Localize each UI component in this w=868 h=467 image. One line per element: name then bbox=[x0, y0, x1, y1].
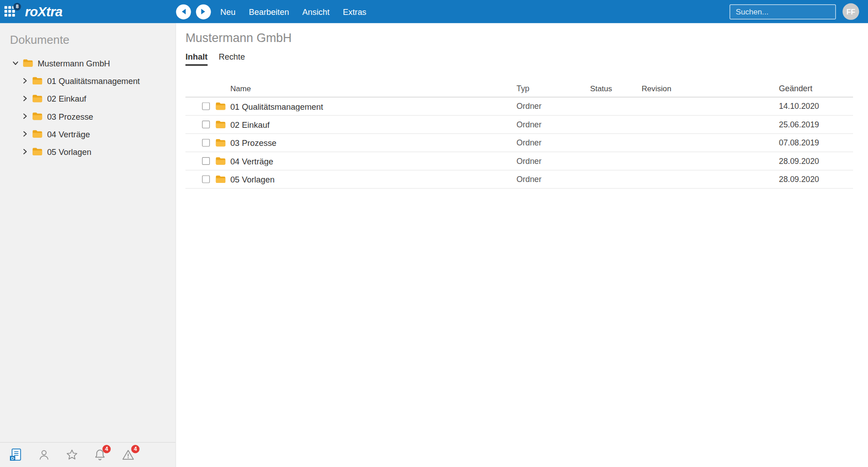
row-name[interactable]: 01 Qualitätsmanagement bbox=[230, 102, 516, 111]
topbar: 8 roXtra Neu Bearbeiten Ansicht Extras F… bbox=[0, 0, 868, 23]
user-module-icon[interactable] bbox=[38, 448, 50, 461]
page-title: Mustermann GmbH bbox=[185, 30, 868, 47]
main-content: Mustermann GmbH Inhalt Rechte Name Typ S… bbox=[176, 23, 868, 467]
search-input[interactable] bbox=[730, 4, 836, 19]
row-typ: Ordner bbox=[516, 138, 590, 147]
menu-item-ansicht[interactable]: Ansicht bbox=[302, 7, 329, 16]
star-icon bbox=[66, 448, 79, 461]
documents-table: Name Typ Status Revision Geändert 01 Qua… bbox=[185, 80, 853, 189]
table-row[interactable]: 04 Verträge Ordner 28.09.2020 bbox=[185, 152, 853, 170]
row-modified: 28.09.2020 bbox=[779, 175, 853, 184]
tab-rechte[interactable]: Rechte bbox=[219, 52, 245, 66]
tree-item[interactable]: 01 Qualitätsmanagement bbox=[0, 72, 175, 89]
column-header-status[interactable]: Status bbox=[590, 84, 642, 93]
row-modified: 14.10.2020 bbox=[779, 102, 853, 111]
menu-item-extras[interactable]: Extras bbox=[343, 7, 366, 16]
favorites-module-icon[interactable] bbox=[66, 448, 79, 461]
svg-text:D: D bbox=[11, 456, 14, 461]
column-header-geaendert[interactable]: Geändert bbox=[779, 84, 853, 93]
row-name[interactable]: 05 Vorlagen bbox=[230, 175, 516, 184]
person-icon bbox=[38, 448, 50, 461]
tab-inhalt[interactable]: Inhalt bbox=[185, 52, 207, 66]
chevron-right-icon[interactable] bbox=[22, 78, 28, 84]
folder-icon bbox=[32, 94, 42, 103]
chevron-down-icon[interactable] bbox=[12, 60, 19, 66]
chevron-right-icon[interactable] bbox=[22, 113, 28, 120]
row-checkbox[interactable] bbox=[202, 103, 210, 110]
column-header-revision[interactable]: Revision bbox=[642, 84, 779, 93]
arrow-right-icon bbox=[200, 8, 206, 15]
folder-tree: Mustermann GmbH 01 Qualitätsmanagement 0… bbox=[0, 54, 175, 160]
arrow-left-icon bbox=[180, 8, 186, 15]
apps-grid-icon[interactable]: 8 bbox=[5, 6, 16, 18]
tree-item[interactable]: 03 Prozesse bbox=[0, 107, 175, 125]
row-name[interactable]: 03 Prozesse bbox=[230, 138, 516, 148]
main-menu: Neu Bearbeiten Ansicht Extras bbox=[221, 7, 366, 16]
row-typ: Ordner bbox=[516, 157, 590, 166]
row-checkbox[interactable] bbox=[202, 175, 210, 183]
tree-item[interactable]: 04 Verträge bbox=[0, 125, 175, 143]
tree-item[interactable]: 05 Vorlagen bbox=[0, 143, 175, 160]
tree-item-label: Mustermann GmbH bbox=[38, 58, 110, 68]
sidebar-footer: D 4 bbox=[0, 442, 175, 467]
table-header: Name Typ Status Revision Geändert bbox=[185, 80, 853, 98]
table-row[interactable]: 05 Vorlagen Ordner 28.09.2020 bbox=[185, 170, 853, 188]
column-header-typ[interactable]: Typ bbox=[516, 84, 590, 93]
forward-button[interactable] bbox=[196, 4, 211, 19]
menu-item-neu[interactable]: Neu bbox=[221, 7, 236, 16]
table-row[interactable]: 02 Einkauf Ordner 25.06.2019 bbox=[185, 116, 853, 134]
row-modified: 07.08.2019 bbox=[779, 138, 853, 147]
folder-icon bbox=[23, 59, 33, 68]
folder-icon bbox=[211, 138, 230, 147]
tree-item[interactable]: Mustermann GmbH bbox=[0, 54, 175, 72]
row-checkbox[interactable] bbox=[202, 121, 210, 128]
column-header-name[interactable]: Name bbox=[230, 84, 516, 93]
tree-item-label: 03 Prozesse bbox=[47, 112, 93, 121]
row-modified: 25.06.2019 bbox=[779, 120, 853, 129]
tab-bar: Inhalt Rechte bbox=[185, 52, 868, 66]
warnings-badge: 4 bbox=[131, 445, 139, 453]
row-checkbox[interactable] bbox=[202, 157, 210, 165]
table-row[interactable]: 01 Qualitätsmanagement Ordner 14.10.2020 bbox=[185, 98, 853, 116]
notifications-icon[interactable]: 4 bbox=[94, 448, 106, 461]
app-window: 8 roXtra Neu Bearbeiten Ansicht Extras F… bbox=[0, 0, 868, 467]
folder-icon bbox=[32, 76, 42, 85]
chevron-right-icon[interactable] bbox=[22, 95, 28, 102]
row-typ: Ordner bbox=[516, 102, 590, 111]
topbar-brand: 8 roXtra bbox=[0, 4, 176, 19]
chevron-right-icon[interactable] bbox=[22, 131, 28, 137]
tree-item-label: 05 Vorlagen bbox=[47, 147, 91, 156]
row-typ: Ordner bbox=[516, 120, 590, 129]
row-name[interactable]: 02 Einkauf bbox=[230, 120, 516, 129]
folder-icon bbox=[211, 102, 230, 111]
table-row[interactable]: 03 Prozesse Ordner 07.08.2019 bbox=[185, 134, 853, 152]
row-typ: Ordner bbox=[516, 175, 590, 184]
document-icon: D bbox=[9, 448, 23, 462]
row-name[interactable]: 04 Verträge bbox=[230, 156, 516, 166]
folder-icon bbox=[211, 175, 230, 184]
tree-item-label: 04 Verträge bbox=[47, 129, 90, 139]
folder-icon bbox=[211, 157, 230, 166]
roxtra-logo: roXtra bbox=[25, 4, 62, 19]
chevron-right-icon[interactable] bbox=[22, 148, 28, 155]
notifications-badge: 4 bbox=[103, 445, 111, 453]
tree-item-label: 02 Einkauf bbox=[47, 94, 86, 103]
documents-module-icon[interactable]: D bbox=[9, 448, 23, 462]
sidebar: Dokumente Mustermann GmbH 01 Qualitätsma… bbox=[0, 23, 176, 467]
menu-item-bearbeiten[interactable]: Bearbeiten bbox=[249, 7, 289, 16]
folder-icon bbox=[32, 147, 42, 156]
folder-icon bbox=[32, 130, 42, 139]
back-button[interactable] bbox=[176, 4, 191, 19]
user-avatar[interactable]: FF bbox=[843, 3, 859, 20]
folder-icon bbox=[211, 120, 230, 129]
warnings-icon[interactable]: 4 bbox=[121, 448, 135, 461]
apps-count-badge: 8 bbox=[13, 3, 21, 10]
tree-item[interactable]: 02 Einkauf bbox=[0, 89, 175, 107]
sidebar-title: Dokumente bbox=[10, 32, 175, 47]
table-body: 01 Qualitätsmanagement Ordner 14.10.2020… bbox=[185, 98, 853, 189]
row-modified: 28.09.2020 bbox=[779, 157, 853, 166]
tree-item-label: 01 Qualitätsmanagement bbox=[47, 76, 140, 85]
folder-icon bbox=[32, 112, 42, 121]
row-checkbox[interactable] bbox=[202, 139, 210, 147]
